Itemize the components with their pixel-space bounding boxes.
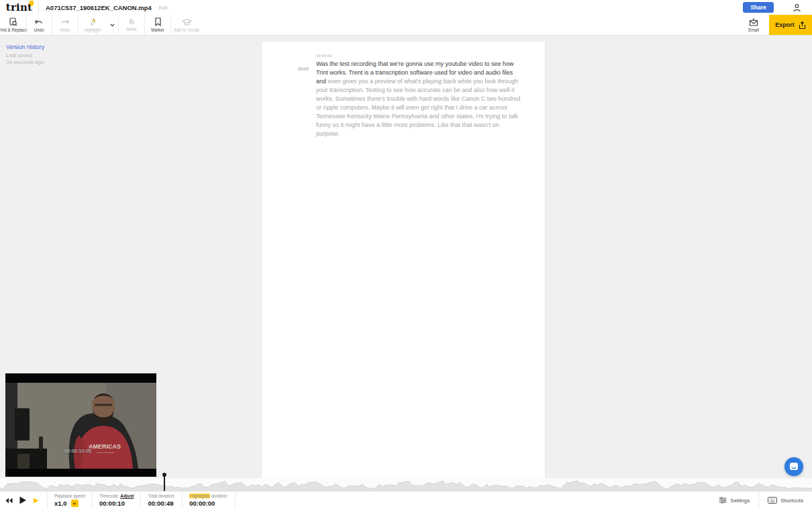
keyboard-icon xyxy=(768,497,777,504)
highlights-word: Highlights xyxy=(189,494,210,498)
shirt-text: AMERICAS xyxy=(89,443,121,450)
chevron-down-icon xyxy=(72,502,77,505)
chat-bubble-icon xyxy=(789,462,799,471)
find-replace-button[interactable]: Find & Replace xyxy=(0,15,26,35)
playback-speed-value[interactable]: x1.0 xyxy=(54,500,67,507)
chevron-down-icon xyxy=(110,24,115,27)
highlight-dropdown-chevron[interactable] xyxy=(107,15,118,35)
undo-icon xyxy=(34,18,44,26)
top-bar: trint A071C537_190612EK_CANON.mp4 · Edit… xyxy=(0,0,812,15)
fast-forward-button[interactable] xyxy=(33,498,39,504)
playback-speed-label: Playback speed xyxy=(54,494,85,498)
last-saved-label: Last saved xyxy=(6,52,44,59)
version-history-panel: Version History Last saved 34 seconds ag… xyxy=(6,44,44,65)
settings-label: Settings xyxy=(730,498,750,504)
redo-icon xyxy=(60,18,70,26)
play-button[interactable] xyxy=(19,496,27,504)
highlight-icon xyxy=(89,17,97,26)
settings-button[interactable]: Settings xyxy=(710,492,758,509)
email-button[interactable]: Email xyxy=(738,15,769,35)
graduation-cap-icon xyxy=(182,18,192,26)
rewind-button[interactable] xyxy=(5,498,13,504)
timecode-group: TimecodeAdjust 00:00:10 xyxy=(92,492,141,509)
file-name[interactable]: A071C537_190612EK_CANON.mp4 xyxy=(46,4,152,11)
playback-speed-group: Playback speed x1.0 xyxy=(47,492,92,509)
playhead[interactable] xyxy=(164,474,165,491)
version-history-link[interactable]: Version History xyxy=(6,44,44,50)
playback-speed-dropdown[interactable] xyxy=(71,500,79,507)
strike-button[interactable]: S Strike xyxy=(119,15,144,35)
video-frame: AMERICAS xyxy=(5,373,156,477)
highlights-duration-group: Highlights duration: 00:00:00 xyxy=(182,492,236,509)
export-share-icon xyxy=(799,21,806,30)
transcript-text[interactable]: Was the test recording that we're gonna … xyxy=(316,60,522,138)
export-button-label: Export xyxy=(775,21,795,28)
help-chat-button[interactable] xyxy=(784,457,803,476)
transcript-unplayed-text[interactable]: even gives you a preview of what's playi… xyxy=(316,78,520,137)
edit-separator: · xyxy=(155,5,157,11)
video-timecode: 00:00:10:05 xyxy=(64,449,91,453)
transcript-paragraph: Brett 00:00:00 Was the test recording th… xyxy=(262,42,545,138)
total-duration-label: Total duration: xyxy=(148,494,175,498)
undo-button[interactable]: Undo xyxy=(26,15,52,35)
find-replace-icon xyxy=(9,17,17,26)
trint-logo[interactable]: trint xyxy=(0,0,39,15)
export-button[interactable]: Export xyxy=(769,15,812,35)
timecode-adjust-link[interactable]: Adjust xyxy=(120,494,134,498)
total-duration-value: 00:00:49 xyxy=(148,500,175,507)
edit-filename-link[interactable]: Edit xyxy=(159,5,168,11)
timecode-label: Timecode xyxy=(99,494,118,498)
waveform-timeline[interactable] xyxy=(0,478,812,491)
settings-sliders-icon xyxy=(719,497,727,504)
shortcuts-button[interactable]: Shortcuts xyxy=(758,492,812,509)
highlight-button[interactable]: Highlight xyxy=(79,15,107,35)
marker-button[interactable]: Marker xyxy=(145,15,170,35)
video-preview[interactable]: AMERICAS 00:00:10:05 xyxy=(5,373,156,477)
highlights-duration-value: 00:00:00 xyxy=(189,500,228,507)
email-icon xyxy=(749,18,758,26)
redo-button[interactable]: Redo xyxy=(52,15,78,35)
playback-control-bar: Playback speed x1.0 TimecodeAdjust 00:00… xyxy=(0,491,812,509)
transcript-document[interactable]: Brett 00:00:00 Was the test recording th… xyxy=(262,42,545,478)
trint-logo-text: trint xyxy=(6,1,32,13)
duration-word: duration: xyxy=(211,494,228,498)
account-icon[interactable] xyxy=(793,3,801,12)
total-duration-group: Total duration: 00:00:49 xyxy=(140,492,182,509)
paragraph-timestamp[interactable]: 00:00:00 xyxy=(316,54,522,60)
main-area: Version History Last saved 34 seconds ag… xyxy=(0,36,812,478)
waveform-graphic xyxy=(0,478,812,491)
timecode-value: 00:00:10 xyxy=(99,500,134,507)
add-to-vocab-button[interactable]: Add to Vocab xyxy=(171,15,202,35)
share-button[interactable]: Share xyxy=(743,2,774,13)
speaker-label[interactable]: Brett xyxy=(298,66,309,72)
last-saved-time: 34 seconds ago xyxy=(6,59,44,66)
shortcuts-label: Shortcuts xyxy=(780,498,803,504)
toolbar: Find & Replace Undo Redo Highlight S Str… xyxy=(0,15,812,36)
marker-bookmark-icon xyxy=(154,17,162,26)
strike-icon: S xyxy=(129,18,134,26)
